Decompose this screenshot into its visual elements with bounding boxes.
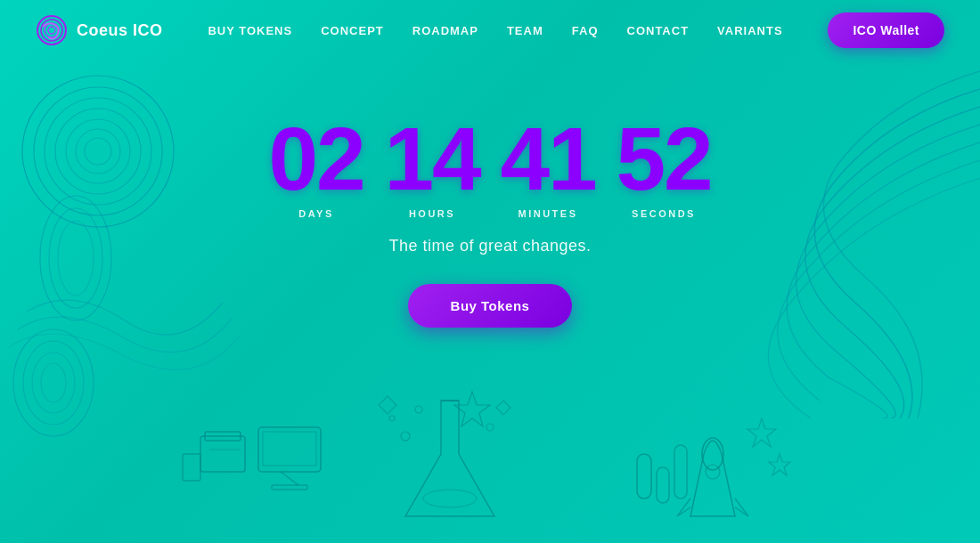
nav-variants[interactable]: VARIANTS bbox=[717, 24, 782, 37]
countdown-hours-value: 14 bbox=[384, 114, 479, 203]
navbar: Coeus ICO BUY TOKENS CONCEPT ROADMAP TEA… bbox=[0, 0, 980, 61]
countdown-seconds: 52 SECONDS bbox=[606, 114, 722, 219]
buy-tokens-button[interactable]: Buy Tokens bbox=[408, 284, 573, 328]
svg-rect-19 bbox=[263, 432, 316, 466]
svg-point-25 bbox=[389, 416, 395, 421]
logo-icon bbox=[36, 14, 68, 46]
countdown-minutes-value: 41 bbox=[500, 114, 595, 203]
svg-marker-33 bbox=[747, 418, 776, 447]
nav-team[interactable]: TEAM bbox=[507, 24, 543, 37]
hero-section: 02 DAYS 14 HOURS 41 MINUTES 52 SECONDS T… bbox=[0, 61, 980, 328]
svg-rect-17 bbox=[183, 454, 200, 481]
svg-rect-14 bbox=[200, 436, 245, 472]
decorative-bottom-icons bbox=[156, 383, 824, 543]
countdown-hours: 14 HOURS bbox=[374, 114, 490, 219]
svg-point-12 bbox=[32, 353, 75, 413]
svg-marker-29 bbox=[379, 396, 396, 414]
countdown-days-label: DAYS bbox=[298, 208, 334, 219]
nav-links: BUY TOKENS CONCEPT ROADMAP TEAM FAQ CONT… bbox=[208, 22, 782, 38]
nav-contact[interactable]: CONTACT bbox=[627, 24, 690, 37]
nav-buy-tokens[interactable]: BUY TOKENS bbox=[208, 24, 292, 37]
svg-point-24 bbox=[401, 432, 410, 441]
svg-point-10 bbox=[13, 329, 94, 436]
nav-concept[interactable]: CONCEPT bbox=[321, 24, 384, 37]
nav-roadmap[interactable]: ROADMAP bbox=[412, 24, 478, 37]
countdown-seconds-value: 52 bbox=[616, 114, 711, 203]
countdown: 02 DAYS 14 HOURS 41 MINUTES 52 SECONDS bbox=[258, 114, 722, 219]
countdown-minutes: 41 MINUTES bbox=[490, 114, 606, 219]
svg-point-13 bbox=[41, 363, 66, 402]
svg-rect-36 bbox=[657, 467, 669, 503]
svg-point-41 bbox=[48, 27, 55, 34]
svg-marker-30 bbox=[496, 401, 510, 415]
nav-faq[interactable]: FAQ bbox=[572, 24, 599, 37]
countdown-days-value: 02 bbox=[268, 114, 363, 203]
svg-point-32 bbox=[706, 465, 720, 479]
svg-marker-28 bbox=[454, 392, 490, 426]
svg-point-23 bbox=[423, 490, 477, 507]
svg-rect-35 bbox=[637, 454, 651, 498]
svg-rect-21 bbox=[272, 485, 307, 490]
countdown-hours-label: HOURS bbox=[409, 208, 455, 219]
svg-point-26 bbox=[415, 406, 422, 413]
countdown-days: 02 DAYS bbox=[258, 114, 374, 219]
countdown-minutes-label: MINUTES bbox=[519, 208, 578, 219]
ico-wallet-button[interactable]: ICO Wallet bbox=[828, 12, 944, 48]
svg-marker-34 bbox=[769, 454, 790, 475]
countdown-seconds-label: SECONDS bbox=[632, 208, 696, 219]
hero-tagline: The time of great changes. bbox=[388, 237, 591, 255]
svg-point-27 bbox=[486, 424, 494, 431]
svg-point-38 bbox=[37, 16, 66, 45]
svg-line-20 bbox=[281, 472, 298, 485]
svg-rect-37 bbox=[674, 445, 687, 498]
logo-link[interactable]: Coeus ICO bbox=[36, 14, 163, 46]
brand-name: Coeus ICO bbox=[77, 21, 163, 40]
